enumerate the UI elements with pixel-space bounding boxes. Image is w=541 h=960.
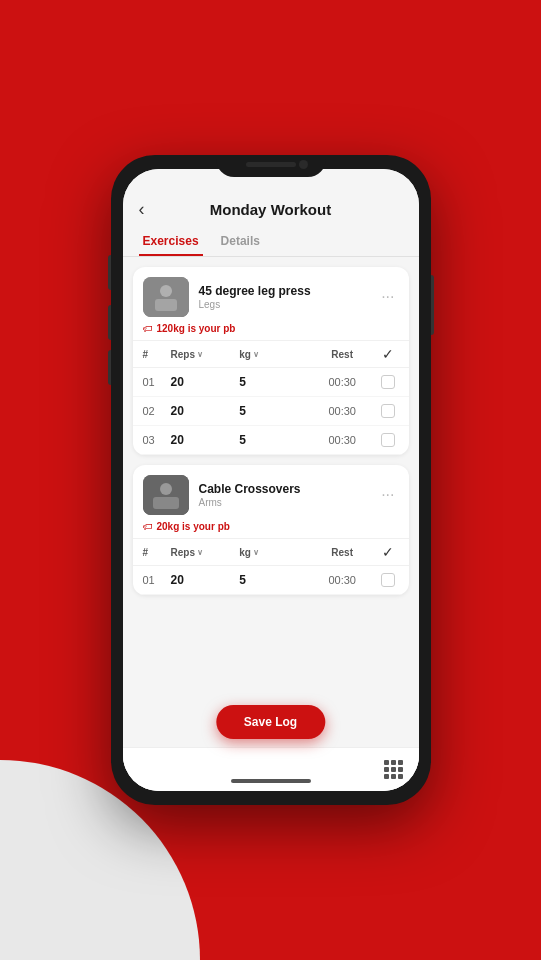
exercise-table-1: # Reps ∨ kg ∨ Rest ✓ — [133, 340, 409, 455]
thumb-image-2 — [143, 475, 189, 515]
reps-chevron-2: ∨ — [197, 548, 203, 557]
cell-rest: 00:30 — [308, 434, 377, 446]
table-header-2: # Reps ∨ kg ∨ Rest ✓ — [133, 538, 409, 566]
col-header-check-1: ✓ — [377, 345, 399, 363]
bottom-nav — [123, 747, 419, 791]
pb-text-1: 120kg is your pb — [157, 323, 236, 334]
exercise-card-1: 45 degree leg press Legs ··· 🏷 120kg is … — [133, 267, 409, 455]
col-header-num-2: # — [143, 547, 171, 558]
svg-point-1 — [160, 285, 172, 297]
svg-rect-5 — [153, 497, 179, 509]
speaker — [246, 162, 296, 167]
cell-num: 01 — [143, 376, 171, 388]
col-header-kg-1[interactable]: kg ∨ — [239, 349, 308, 360]
cell-check[interactable] — [377, 404, 399, 418]
thumb-image-1 — [143, 277, 189, 317]
cell-rest: 00:30 — [308, 574, 377, 586]
cell-rest: 00:30 — [308, 376, 377, 388]
cell-check[interactable] — [377, 573, 399, 587]
cell-num: 01 — [143, 574, 171, 586]
col-header-reps-2[interactable]: Reps ∨ — [171, 547, 240, 558]
checkbox[interactable] — [381, 375, 395, 389]
more-button-1[interactable]: ··· — [377, 288, 398, 306]
exercise-header-2: Cable Crossovers Arms ··· — [133, 465, 409, 521]
cell-kg[interactable]: 5 — [239, 433, 308, 447]
col-header-rest-1: Rest — [308, 349, 377, 360]
scroll-area[interactable]: 45 degree leg press Legs ··· 🏷 120kg is … — [123, 257, 419, 747]
table-header-1: # Reps ∨ kg ∨ Rest ✓ — [133, 340, 409, 368]
col-header-kg-2[interactable]: kg ∨ — [239, 547, 308, 558]
cell-kg[interactable]: 5 — [239, 404, 308, 418]
cell-check[interactable] — [377, 375, 399, 389]
reps-chevron-1: ∨ — [197, 350, 203, 359]
notch — [216, 155, 326, 177]
save-log-button[interactable]: Save Log — [216, 705, 325, 739]
svg-rect-2 — [155, 299, 177, 311]
pb-icon-2: 🏷 — [143, 521, 153, 532]
kg-chevron-2: ∨ — [253, 548, 259, 557]
pb-row-1: 🏷 120kg is your pb — [133, 323, 409, 340]
cell-num: 02 — [143, 405, 171, 417]
tab-bar: Exercises Details — [123, 224, 419, 257]
exercise-info-2: Cable Crossovers Arms — [199, 482, 378, 508]
checkbox[interactable] — [381, 573, 395, 587]
exercise-category-2: Arms — [199, 497, 378, 508]
back-button[interactable]: ‹ — [139, 199, 145, 220]
cell-kg[interactable]: 5 — [239, 573, 308, 587]
exercise-name-1: 45 degree leg press — [199, 284, 378, 298]
col-header-num-1: # — [143, 349, 171, 360]
phone-frame: ‹ Monday Workout Exercises Details — [111, 155, 431, 805]
cell-rest: 00:30 — [308, 405, 377, 417]
exercise-header-1: 45 degree leg press Legs ··· — [133, 267, 409, 323]
table-row: 02 20 5 00:30 — [133, 397, 409, 426]
col-header-check-2: ✓ — [377, 543, 399, 561]
camera — [299, 160, 308, 169]
more-button-2[interactable]: ··· — [377, 486, 398, 504]
exercise-category-1: Legs — [199, 299, 378, 310]
exercise-card-2: Cable Crossovers Arms ··· 🏷 20kg is your… — [133, 465, 409, 595]
home-indicator — [231, 779, 311, 783]
cell-reps[interactable]: 20 — [171, 433, 240, 447]
svg-point-4 — [160, 483, 172, 495]
pb-row-2: 🏷 20kg is your pb — [133, 521, 409, 538]
header: ‹ Monday Workout — [123, 193, 419, 224]
kg-chevron-1: ∨ — [253, 350, 259, 359]
cell-reps[interactable]: 20 — [171, 375, 240, 389]
cell-reps[interactable]: 20 — [171, 573, 240, 587]
exercise-table-2: # Reps ∨ kg ∨ Rest ✓ — [133, 538, 409, 595]
checkbox[interactable] — [381, 404, 395, 418]
tab-exercises[interactable]: Exercises — [139, 228, 203, 256]
col-header-rest-2: Rest — [308, 547, 377, 558]
cell-num: 03 — [143, 434, 171, 446]
page-title: Monday Workout — [210, 201, 331, 218]
screen: ‹ Monday Workout Exercises Details — [123, 169, 419, 791]
cell-reps[interactable]: 20 — [171, 404, 240, 418]
table-row: 03 20 5 00:30 — [133, 426, 409, 455]
pb-text-2: 20kg is your pb — [157, 521, 230, 532]
exercise-thumb-1 — [143, 277, 189, 317]
exercise-info-1: 45 degree leg press Legs — [199, 284, 378, 310]
cell-kg[interactable]: 5 — [239, 375, 308, 389]
exercise-thumb-2 — [143, 475, 189, 515]
checkbox[interactable] — [381, 433, 395, 447]
exercise-name-2: Cable Crossovers — [199, 482, 378, 496]
table-row: 01 20 5 00:30 — [133, 368, 409, 397]
pb-icon-1: 🏷 — [143, 323, 153, 334]
tab-details[interactable]: Details — [217, 228, 264, 256]
grid-menu-icon[interactable] — [384, 760, 403, 779]
app-content: ‹ Monday Workout Exercises Details — [123, 169, 419, 791]
col-header-reps-1[interactable]: Reps ∨ — [171, 349, 240, 360]
table-row: 01 20 5 00:30 — [133, 566, 409, 595]
cell-check[interactable] — [377, 433, 399, 447]
